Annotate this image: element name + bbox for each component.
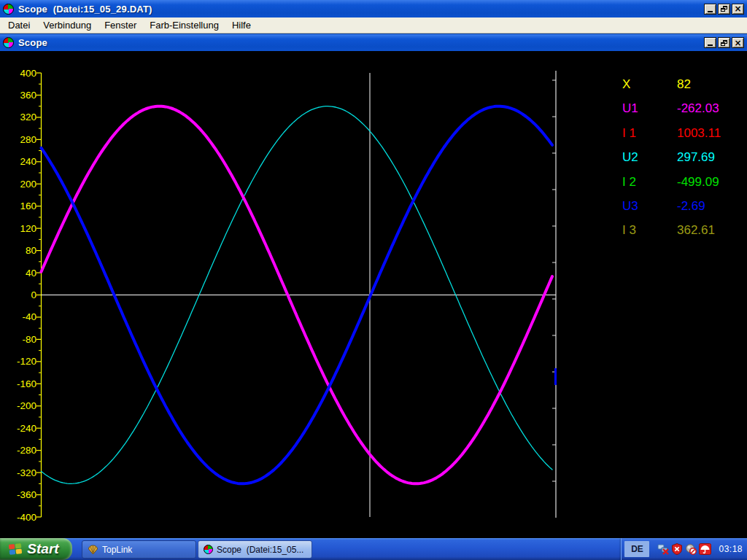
menu-item-hilfe[interactable]: Hilfe [225, 18, 258, 33]
y-axis-tick-label: -40 [22, 311, 36, 322]
minimize-icon [708, 44, 713, 46]
windows-flag-icon [7, 542, 23, 556]
child-window-titlebar: Scope × [0, 34, 747, 51]
taskbar-clock[interactable]: 03:18 [719, 544, 743, 554]
taskbar: Start TopLinkScope (Datei:15_05... DE 03… [0, 538, 747, 560]
y-axis-tick-label: 160 [20, 201, 36, 211]
y-axis-tick-label: 0 [31, 289, 36, 300]
y-axis-tick-label: 400 [20, 68, 36, 79]
y-axis-tick-label: -160 [17, 378, 36, 389]
readout-value: -2.69 [677, 199, 705, 214]
taskbar-task-2[interactable]: Scope (Datei:15_05... [198, 540, 312, 559]
readout-row-i2: I 2-499.09 [622, 175, 746, 191]
readout-label: I 1 [622, 126, 636, 141]
security-alert-shield-icon[interactable] [671, 543, 683, 555]
y-axis-tick-label: 320 [20, 112, 36, 122]
readout-value: -262.03 [677, 101, 719, 116]
menu-item-fenster[interactable]: Fenster [98, 18, 143, 33]
y-axis-tick-label: -360 [17, 489, 36, 500]
y-axis-tick-label: -320 [17, 467, 36, 478]
y-axis-tick-label: -120 [17, 356, 36, 367]
readout-label: I 2 [622, 175, 636, 190]
update-disabled-icon[interactable] [685, 543, 697, 555]
readout-label: U3 [622, 199, 638, 214]
child-close-button[interactable]: × [732, 37, 744, 48]
y-axis-tick-label: 240 [20, 156, 36, 167]
app-scope-icon [3, 4, 14, 15]
readout-value: -499.09 [677, 175, 719, 190]
child-scope-icon [3, 37, 14, 48]
menu-bar: DateiVerbindungFensterFarb-EinstellungHi… [0, 18, 747, 34]
system-tray: DE 03:18 [622, 538, 747, 560]
taskbar-task-1[interactable]: TopLink [82, 540, 196, 559]
y-axis-tick-label: -240 [17, 423, 36, 434]
y-axis-tick-label: 360 [20, 90, 36, 101]
desktop: Scope (Datei:15_05_29.DAT) × DateiVerbin… [0, 0, 747, 560]
task-label: TopLink [102, 545, 132, 555]
close-icon: × [734, 39, 741, 47]
menu-item-farb-einstellung[interactable]: Farb-Einstellung [143, 18, 225, 33]
avira-umbrella-icon[interactable] [699, 543, 711, 555]
readout-value: 297.69 [677, 150, 715, 165]
close-icon: × [734, 4, 741, 13]
language-indicator[interactable]: DE [624, 541, 649, 557]
close-button[interactable]: × [732, 4, 744, 15]
main-window-title: Scope (Datei:15_05_29.DAT) [18, 4, 152, 15]
shell-icon [88, 545, 98, 555]
readout-row-x: X82 [622, 77, 746, 93]
minimize-button[interactable] [704, 4, 716, 15]
restore-button[interactable] [718, 4, 730, 15]
minimize-icon [708, 11, 713, 12]
scope-icon [204, 545, 213, 554]
menu-item-datei[interactable]: Datei [1, 18, 36, 33]
y-axis-tick-label: -280 [17, 445, 36, 456]
main-window-titlebar: Scope (Datei:15_05_29.DAT) × [0, 0, 747, 18]
network-offline-icon[interactable] [657, 543, 669, 555]
y-axis-tick-label: 40 [26, 268, 36, 279]
readout-value: 1003.11 [677, 126, 721, 141]
start-label: Start [27, 541, 64, 557]
y-axis-tick-label: 80 [26, 245, 36, 256]
waveform-plot: 40036032028024020016012080400-40-80-120-… [0, 51, 747, 538]
readout-row-i3: I 3362.61 [622, 223, 746, 239]
start-button[interactable]: Start [0, 538, 72, 560]
task-label: Scope (Datei:15_05... [217, 545, 303, 555]
restore-icon [721, 6, 727, 12]
readout-value: 362.61 [677, 223, 715, 238]
readout-row-u1: U1-262.03 [622, 101, 746, 117]
scope-display: 40036032028024020016012080400-40-80-120-… [0, 51, 747, 538]
y-axis-tick-label: -200 [17, 400, 36, 411]
readout-label: I 3 [622, 223, 636, 238]
y-axis-tick-label: -400 [17, 512, 36, 523]
restore-icon [721, 40, 727, 46]
child-restore-button[interactable] [718, 37, 730, 48]
readout-row-u3: U3-2.69 [622, 199, 746, 215]
y-axis-tick-label: 120 [20, 223, 36, 234]
y-axis-tick-label: 200 [20, 179, 36, 190]
readout-label: U2 [622, 150, 638, 165]
y-axis-tick-label: -80 [22, 334, 36, 345]
child-window-title: Scope [18, 37, 47, 48]
readout-row-i1: I 11003.11 [622, 126, 746, 142]
readout-row-u2: U2297.69 [622, 150, 746, 166]
child-minimize-button[interactable] [704, 37, 716, 48]
readout-label: X [622, 77, 630, 92]
menu-item-verbindung[interactable]: Verbindung [36, 18, 98, 33]
readout-label: U1 [622, 101, 638, 116]
readout-value: 82 [677, 77, 691, 92]
y-axis-tick-label: 280 [20, 134, 36, 145]
